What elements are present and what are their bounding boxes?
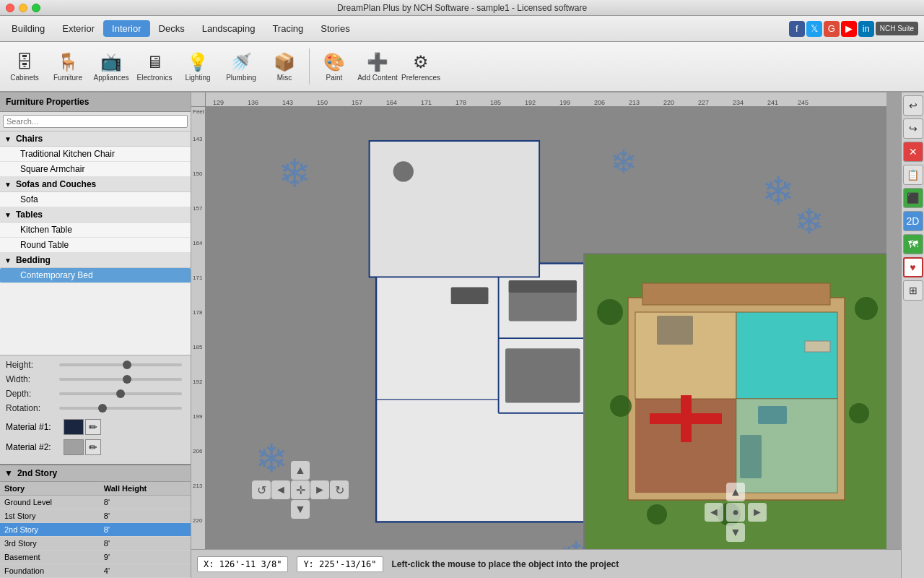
nav-center-button[interactable]: ✛ [291, 480, 310, 499]
depth-thumb[interactable] [116, 389, 125, 398]
category-tables[interactable]: ▼ Tables [0, 207, 191, 223]
story-3rd[interactable]: 3rd Story 8' [0, 537, 191, 551]
copy-button[interactable]: 📋 [903, 165, 923, 185]
item-contemporary-bed[interactable]: Contemporary Bed [0, 268, 191, 283]
facebook-icon[interactable]: f [789, 21, 805, 37]
minimap-nav-center[interactable]: ● [726, 503, 745, 522]
ruler-mark-171: 171 [421, 99, 432, 106]
material2-picker-icon[interactable]: ✏ [85, 439, 101, 455]
maximize-window-button[interactable] [32, 4, 40, 12]
googleplus-icon[interactable]: G [824, 21, 840, 37]
rotation-slider[interactable] [59, 407, 182, 410]
svg-point-32 [855, 297, 878, 320]
story-2nd[interactable]: 2nd Story 8' [0, 523, 191, 537]
height-thumb[interactable] [123, 361, 131, 369]
item-kitchen-table[interactable]: Kitchen Table [0, 223, 191, 238]
grid-button[interactable]: ⊞ [903, 280, 923, 301]
svg-point-17 [393, 161, 414, 181]
electronics-icon: 🖥 [146, 52, 163, 72]
story-ground-level-height: 8' [100, 496, 191, 509]
preferences-tool[interactable]: ⚙ Preferences [399, 44, 443, 89]
plumbing-icon: 🚿 [230, 52, 252, 72]
minimize-window-button[interactable] [19, 4, 27, 12]
ruler-mark-206: 206 [594, 99, 605, 106]
2d-view-button[interactable]: 2D [903, 211, 923, 231]
ruler-mark-157: 157 [352, 99, 362, 106]
story-foundation[interactable]: Foundation 4' [0, 564, 191, 578]
lighting-tool[interactable]: 💡 Lighting [176, 44, 219, 89]
paint-label: Paint [326, 74, 343, 82]
misc-icon: 📦 [274, 52, 295, 72]
category-sofas[interactable]: ▼ Sofas and Couches [0, 177, 191, 192]
story-ground-level-name: Ground Level [0, 496, 100, 509]
furniture-search-input[interactable] [3, 115, 188, 128]
story-ground-level[interactable]: Ground Level 8' [0, 496, 191, 509]
material1-picker-icon[interactable]: ✏ [85, 419, 101, 435]
nav-up-button[interactable]: ▲ [291, 461, 310, 480]
appliances-tool[interactable]: 📺 Appliances [90, 44, 133, 89]
height-slider[interactable] [59, 363, 182, 366]
paint-tool[interactable]: 🎨 Paint [313, 44, 356, 89]
minimap-nav-left[interactable]: ◄ [705, 503, 723, 522]
story-basement[interactable]: Basement 9' [0, 551, 191, 564]
item-traditional-kitchen-chair[interactable]: Traditional Kitchen Chair [0, 147, 191, 162]
menu-exterior[interactable]: Exterior [53, 20, 103, 37]
nav-rotate-right-button[interactable]: ↻ [330, 480, 349, 499]
status-message: Left-click the mouse to place the object… [392, 559, 619, 569]
nav-rotate-left-button[interactable]: ↺ [252, 480, 271, 499]
ruler-mark-220: 220 [663, 99, 674, 106]
item-sofa[interactable]: Sofa [0, 192, 191, 207]
material2-swatch[interactable] [64, 439, 84, 455]
story-1st-height: 8' [100, 509, 191, 523]
close-window-button[interactable] [6, 4, 14, 12]
youtube-icon[interactable]: ▶ [841, 21, 857, 37]
ruler-mark-245: 245 [798, 99, 808, 106]
width-slider[interactable] [59, 378, 182, 381]
minimap-nav-right[interactable]: ► [748, 503, 767, 522]
add-content-tool[interactable]: ➕ Add Content [356, 44, 399, 89]
menu-tracing[interactable]: Tracing [263, 20, 312, 37]
depth-slider[interactable] [59, 392, 182, 395]
plumbing-tool[interactable]: 🚿 Plumbing [219, 44, 263, 89]
furniture-tool[interactable]: 🪑 Furniture [46, 44, 90, 89]
nav-pan-right-button[interactable]: ► [310, 480, 329, 499]
preferences-label: Preferences [401, 74, 440, 82]
map-button[interactable]: 🗺 [903, 234, 923, 254]
menu-stories[interactable]: Stories [312, 20, 358, 37]
undo-button[interactable]: ↩ [903, 95, 923, 116]
minimap-nav-down[interactable]: ▼ [726, 523, 745, 542]
misc-tool[interactable]: 📦 Misc [263, 44, 306, 89]
rotation-thumb[interactable] [98, 404, 107, 413]
category-chairs[interactable]: ▼ Chairs [0, 131, 191, 147]
nav-pan-left-button[interactable]: ◄ [271, 480, 290, 499]
menu-interior[interactable]: Interior [103, 20, 149, 37]
preferences-icon: ⚙ [413, 52, 429, 72]
category-bedding[interactable]: ▼ Bedding [0, 253, 191, 268]
story-1st[interactable]: 1st Story 8' [0, 509, 191, 523]
category-chairs-label: Chairs [16, 134, 43, 144]
redo-button[interactable]: ↪ [903, 118, 923, 139]
item-round-table[interactable]: Round Table [0, 238, 191, 253]
nav-down-button[interactable]: ▼ [291, 500, 310, 519]
3d-view-button[interactable]: ⬛ [903, 188, 923, 208]
menu-decks[interactable]: Decks [150, 20, 193, 37]
material1-swatch[interactable] [64, 419, 84, 435]
story-section-header[interactable]: ▼ 2nd Story [0, 465, 191, 482]
favorite-button[interactable]: ♥ [903, 257, 923, 277]
menu-building[interactable]: Building [3, 20, 53, 37]
width-label: Width: [6, 374, 56, 384]
add-content-label: Add Content [357, 74, 398, 82]
menu-landscaping[interactable]: Landscaping [193, 20, 264, 37]
minimap-nav-up[interactable]: ▲ [726, 483, 745, 501]
svg-rect-16 [505, 348, 580, 402]
nch-suite-button[interactable]: NCH Suite [876, 22, 918, 35]
close-button[interactable]: ✕ [903, 142, 923, 162]
twitter-icon[interactable]: 𝕏 [806, 21, 822, 37]
linkedin-icon[interactable]: in [858, 21, 874, 37]
canvas-area[interactable]: 129 136 143 150 157 164 171 178 185 192 … [191, 92, 901, 578]
floor-canvas[interactable]: ❄ ❄ ❄ ❄ ❄ ❄ ❄ ❄ [206, 107, 886, 549]
width-thumb[interactable] [123, 375, 131, 384]
electronics-tool[interactable]: 🖥 Electronics [133, 44, 176, 89]
cabinets-tool[interactable]: 🗄 Cabinets [3, 44, 46, 89]
item-square-armchair[interactable]: Square Armchair [0, 162, 191, 177]
